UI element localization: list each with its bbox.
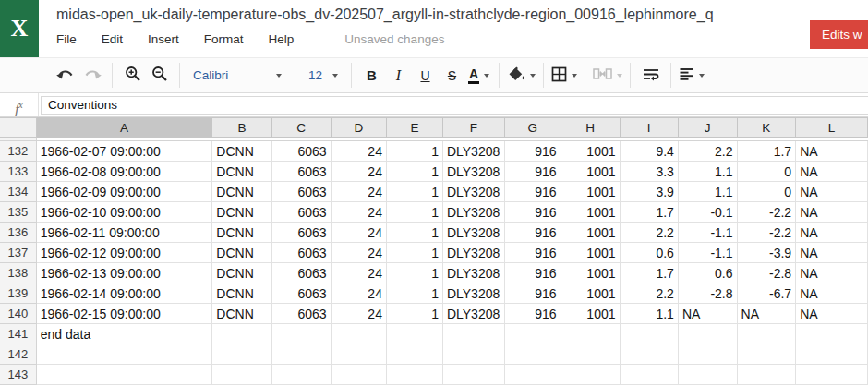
cell-i141[interactable] [620,324,678,344]
cell-k140[interactable]: NA [737,304,796,324]
cell-l143[interactable] [796,365,868,385]
redo-button[interactable] [79,63,104,89]
cell-f134[interactable]: DLY3208 [442,182,504,202]
underline-button[interactable]: U [413,63,438,89]
horizontal-align-button[interactable] [679,63,705,89]
cell-j135[interactable]: -0.1 [678,202,737,223]
cell-d139[interactable]: 24 [331,283,386,304]
cell-a138[interactable]: 1966-02-13 09:00:00 [36,263,212,283]
cell-f136[interactable]: DLY3208 [442,223,504,243]
cell-i133[interactable]: 3.3 [620,162,678,182]
cell-g132[interactable]: 916 [504,141,561,162]
cell-h139[interactable]: 1001 [561,283,620,304]
cell-b134[interactable]: DCNN [212,182,271,202]
cell-j142[interactable] [678,344,737,365]
cell-k138[interactable]: -2.8 [737,263,796,283]
cell-b143[interactable] [212,365,271,385]
cell-j143[interactable] [678,365,737,385]
select-all-corner[interactable] [0,118,36,138]
cell-i132[interactable]: 9.4 [620,141,678,162]
row-header-141[interactable]: 141 [0,324,36,344]
cell-a132[interactable]: 1966-02-07 09:00:00 [36,141,212,162]
cell-a140[interactable]: 1966-02-15 09:00:00 [36,304,212,324]
cell-b137[interactable]: DCNN [212,243,271,263]
cell-d137[interactable]: 24 [331,243,386,263]
cell-h138[interactable]: 1001 [561,263,620,283]
cell-g135[interactable]: 916 [504,202,561,223]
cell-g142[interactable] [504,344,561,365]
cell-f141[interactable] [442,324,504,344]
cell-c135[interactable]: 6063 [271,202,331,223]
row-header-132[interactable]: 132 [0,141,36,162]
cell-e134[interactable]: 1 [386,182,442,202]
cell-j138[interactable]: 0.6 [678,263,737,283]
cell-d138[interactable]: 24 [331,263,386,283]
cell-b140[interactable]: DCNN [212,304,271,324]
cell-a139[interactable]: 1966-02-14 09:00:00 [36,283,212,304]
column-header-g[interactable]: G [504,118,561,138]
cell-d135[interactable]: 24 [331,202,386,223]
cell-f135[interactable]: DLY3208 [442,202,504,223]
font-family-select[interactable]: Calibri [187,63,287,89]
cell-c136[interactable]: 6063 [271,223,331,243]
cell-k137[interactable]: -3.9 [737,243,796,263]
cell-h133[interactable]: 1001 [561,162,620,182]
column-header-a[interactable]: A [36,118,212,138]
row-header-139[interactable]: 139 [0,283,36,304]
row-header-133[interactable]: 133 [0,162,36,182]
cell-j139[interactable]: -2.8 [678,283,737,304]
cell-d132[interactable]: 24 [331,141,386,162]
cell-a141[interactable]: end data [36,324,212,344]
cell-j137[interactable]: -1.1 [678,243,737,263]
formula-input[interactable] [41,96,868,115]
cell-l140[interactable]: NA [796,304,868,324]
row-header-138[interactable]: 138 [0,263,36,283]
cell-a134[interactable]: 1966-02-09 09:00:00 [36,182,212,202]
column-header-b[interactable]: B [212,118,271,138]
column-header-k[interactable]: K [737,118,796,138]
cell-c132[interactable]: 6063 [271,141,331,162]
fill-color-button[interactable] [507,63,536,89]
cell-d133[interactable]: 24 [331,162,386,182]
menu-file[interactable]: File [56,32,77,46]
cell-a135[interactable]: 1966-02-10 09:00:00 [36,202,212,223]
cell-f139[interactable]: DLY3208 [442,283,504,304]
cell-b132[interactable]: DCNN [212,141,271,162]
italic-button[interactable]: I [386,63,411,89]
cell-k143[interactable] [737,365,796,385]
cell-j134[interactable]: 1.1 [678,182,737,202]
cell-k136[interactable]: -2.2 [737,223,796,243]
cell-b133[interactable]: DCNN [212,162,271,182]
column-header-l[interactable]: L [796,118,868,138]
cell-i138[interactable]: 1.7 [620,263,678,283]
document-title[interactable]: midas-open_uk-daily-temperature-obs_dv-2… [56,6,860,23]
cell-c133[interactable]: 6063 [271,162,331,182]
cell-d142[interactable] [331,344,386,365]
cell-a143[interactable] [36,365,212,385]
column-header-e[interactable]: E [386,118,442,138]
text-color-button[interactable]: A [466,63,491,89]
column-header-j[interactable]: J [678,118,737,138]
cell-c139[interactable]: 6063 [271,283,331,304]
cell-k132[interactable]: 1.7 [737,141,796,162]
menu-edit[interactable]: Edit [102,32,123,46]
cell-f143[interactable] [442,365,504,385]
cell-a142[interactable] [36,344,212,365]
cell-j140[interactable]: NA [678,304,737,324]
cell-i142[interactable] [620,344,678,365]
cell-l138[interactable]: NA [796,263,868,283]
cell-l136[interactable]: NA [796,223,868,243]
cell-j141[interactable] [678,324,737,344]
cell-k141[interactable] [737,324,796,344]
cell-e141[interactable] [386,324,442,344]
cell-g139[interactable]: 916 [504,283,561,304]
cell-e132[interactable]: 1 [386,141,442,162]
cell-c140[interactable]: 6063 [271,304,331,324]
font-size-select[interactable]: 12 [303,63,344,89]
cell-h137[interactable]: 1001 [561,243,620,263]
row-header-136[interactable]: 136 [0,223,36,243]
menu-format[interactable]: Format [204,32,244,46]
cell-b141[interactable] [212,324,271,344]
cell-e142[interactable] [386,344,442,365]
cell-l133[interactable]: NA [796,162,868,182]
